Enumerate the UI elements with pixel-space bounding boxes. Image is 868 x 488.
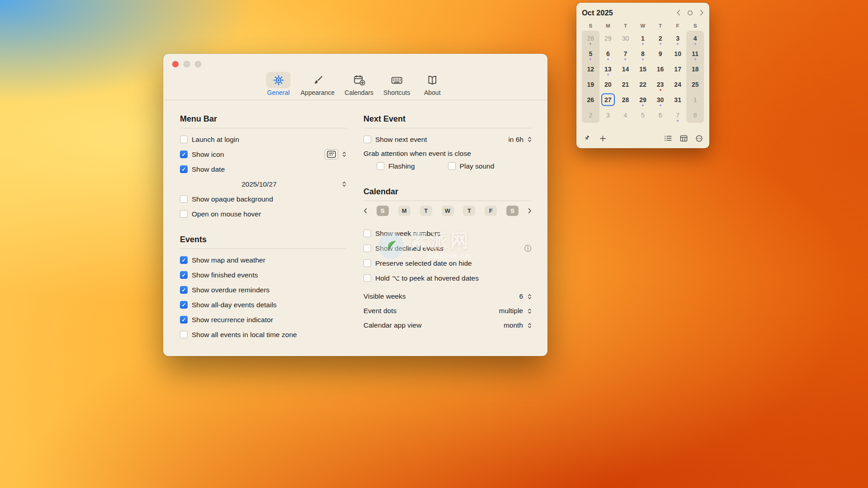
stepper-control[interactable]: [528, 308, 532, 314]
calendar-day[interactable]: 6: [651, 108, 669, 123]
calendar-day[interactable]: 29: [599, 31, 617, 46]
calendar-day[interactable]: 17: [669, 61, 687, 77]
calendar-day[interactable]: 14: [617, 61, 634, 77]
checkbox[interactable]: ✓: [180, 150, 188, 158]
weekday-toggle-6[interactable]: S: [506, 206, 519, 216]
menu-bar-icon-picker[interactable]: [325, 149, 338, 160]
checkbox[interactable]: [180, 136, 188, 143]
tab-appearance[interactable]: Appearance: [301, 72, 335, 96]
today-circle-icon[interactable]: [687, 10, 693, 16]
calendar-day[interactable]: 2: [582, 108, 599, 123]
calendar-day[interactable]: 5: [634, 108, 652, 123]
calendar-day[interactable]: 9: [651, 46, 669, 61]
tab-about[interactable]: About: [420, 72, 444, 96]
checkbox[interactable]: ✓: [180, 316, 188, 324]
options-icon[interactable]: [695, 135, 703, 142]
calendar-day[interactable]: 25: [686, 77, 704, 92]
calendar-day[interactable]: 26: [582, 92, 599, 108]
calendar-day-today[interactable]: 27: [599, 92, 617, 108]
setting-value[interactable]: month: [504, 321, 523, 329]
weekday-toggle-0[interactable]: S: [377, 206, 389, 216]
setting-value[interactable]: multiple: [499, 307, 523, 315]
checkbox[interactable]: [448, 162, 456, 170]
calendar-day[interactable]: 2: [651, 31, 669, 46]
tab-calendars[interactable]: Calendars: [344, 72, 373, 96]
close-button[interactable]: [172, 61, 179, 67]
calendar-day[interactable]: 7: [617, 46, 634, 61]
checkbox[interactable]: [363, 244, 371, 252]
calendar-day[interactable]: 8: [686, 108, 704, 123]
calendar-day[interactable]: 20: [599, 77, 617, 92]
calendar-day[interactable]: 15: [634, 61, 652, 77]
calendar-day[interactable]: 12: [582, 61, 599, 77]
calendar-day[interactable]: 28: [582, 31, 599, 46]
checkbox[interactable]: ✓: [180, 301, 188, 309]
checkbox[interactable]: [363, 136, 371, 143]
calendar-day[interactable]: 19: [582, 77, 599, 92]
calendar-day[interactable]: 5: [582, 46, 599, 61]
chevron-right-icon[interactable]: [700, 9, 704, 16]
chevron-left-icon[interactable]: [363, 208, 367, 214]
calendar-day[interactable]: 7: [669, 108, 687, 123]
calendar-grid-icon[interactable]: [680, 135, 688, 142]
day-number: 7: [624, 51, 627, 57]
calendar-day[interactable]: 22: [634, 77, 652, 92]
zoom-button[interactable]: [195, 61, 201, 67]
checkbox[interactable]: ✓: [180, 256, 188, 264]
stepper-control[interactable]: [342, 181, 346, 188]
checkbox[interactable]: [363, 230, 371, 237]
section-divider: [363, 201, 532, 201]
calendar-day[interactable]: 8: [634, 46, 652, 61]
checkbox[interactable]: [180, 210, 188, 218]
calendar-day[interactable]: 30: [651, 92, 669, 108]
minimize-button[interactable]: [184, 61, 190, 67]
date-format-value[interactable]: 2025/10/27: [180, 180, 338, 188]
event-list-icon[interactable]: [664, 135, 672, 142]
calendar-day[interactable]: 18: [686, 61, 704, 77]
calendar-day[interactable]: 3: [599, 108, 617, 123]
stepper-control[interactable]: [528, 322, 532, 329]
lead-time-value[interactable]: in 6h: [508, 136, 524, 144]
setting-value[interactable]: 6: [519, 292, 523, 300]
calendar-day[interactable]: 10: [669, 46, 687, 61]
calendar-day[interactable]: 30: [617, 31, 634, 46]
checkbox[interactable]: [363, 259, 371, 267]
calendar-day[interactable]: 6: [599, 46, 617, 61]
calendar-day[interactable]: 29: [634, 92, 652, 108]
stepper-control[interactable]: [528, 136, 532, 143]
info-icon[interactable]: ⓘ: [524, 245, 532, 252]
calendar-day[interactable]: 13: [599, 61, 617, 77]
calendar-day[interactable]: 16: [651, 61, 669, 77]
weekday-toggle-5[interactable]: F: [485, 206, 497, 216]
checkbox[interactable]: ✓: [180, 286, 188, 294]
stepper-control[interactable]: [342, 151, 346, 158]
calendar-day[interactable]: 4: [686, 31, 704, 46]
pin-icon[interactable]: [583, 135, 590, 142]
calendar-day[interactable]: 21: [617, 77, 634, 92]
add-event-icon[interactable]: [599, 135, 607, 142]
calendar-day[interactable]: 24: [669, 77, 687, 92]
calendar-day[interactable]: 1: [634, 31, 652, 46]
chevron-left-icon[interactable]: [676, 9, 680, 16]
weekday-toggle-4[interactable]: T: [463, 206, 475, 216]
weekday-toggle-3[interactable]: W: [442, 206, 454, 216]
calendar-day[interactable]: 23: [651, 77, 669, 92]
checkbox[interactable]: [363, 274, 371, 282]
checkbox[interactable]: [180, 195, 188, 203]
calendar-day[interactable]: 11: [686, 46, 704, 61]
calendar-day[interactable]: 31: [669, 92, 687, 108]
calendar-day[interactable]: 28: [617, 92, 634, 108]
checkbox[interactable]: [180, 331, 188, 338]
checkbox[interactable]: ✓: [180, 165, 188, 173]
weekday-toggle-1[interactable]: M: [398, 206, 410, 216]
calendar-day[interactable]: 4: [617, 108, 634, 123]
tab-shortcuts[interactable]: Shortcuts: [383, 72, 410, 96]
calendar-day[interactable]: 1: [686, 92, 704, 108]
chevron-right-icon[interactable]: [528, 208, 532, 214]
weekday-toggle-2[interactable]: T: [420, 206, 432, 216]
checkbox[interactable]: ✓: [180, 271, 188, 279]
tab-general[interactable]: General: [266, 72, 291, 96]
stepper-control[interactable]: [528, 293, 532, 300]
checkbox[interactable]: [377, 162, 384, 170]
calendar-day[interactable]: 3: [669, 31, 687, 46]
